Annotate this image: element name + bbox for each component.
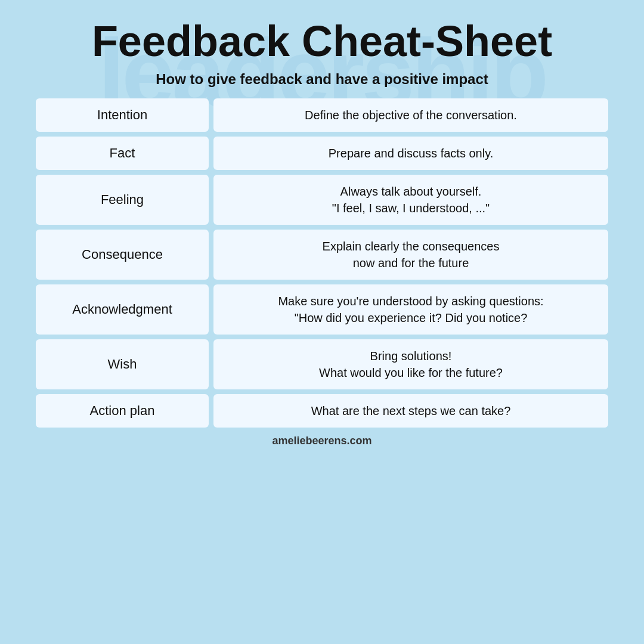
row-label: Consequence <box>36 230 209 280</box>
table-row: Action planWhat are the next steps we ca… <box>36 394 608 428</box>
row-description: Always talk about yourself. "I feel, I s… <box>213 175 608 225</box>
row-description: What are the next steps we can take? <box>213 394 608 428</box>
row-description: Explain clearly the consequences now and… <box>213 230 608 280</box>
table-row: FeelingAlways talk about yourself. "I fe… <box>36 175 608 225</box>
row-label: Fact <box>36 137 209 170</box>
table-row: FactPrepare and discuss facts only. <box>36 137 608 170</box>
row-description: Make sure you're understood by asking qu… <box>213 284 608 335</box>
subtitle: How to give feedback and have a positive… <box>156 71 488 88</box>
footer-website: ameliebeerens.com <box>272 435 371 447</box>
page-container: leadership Feedback Cheat-Sheet How to g… <box>0 0 644 644</box>
row-description: Bring solutions! What would you like for… <box>213 339 608 389</box>
row-description: Prepare and discuss facts only. <box>213 137 608 170</box>
table-row: IntentionDefine the objective of the con… <box>36 98 608 132</box>
row-label: Acknowledgment <box>36 284 209 335</box>
table-row: ConsequenceExplain clearly the consequen… <box>36 230 608 280</box>
table-row: WishBring solutions! What would you like… <box>36 339 608 389</box>
row-label: Wish <box>36 339 209 389</box>
main-title: Feedback Cheat-Sheet <box>92 18 552 65</box>
cheatsheet-table: IntentionDefine the objective of the con… <box>36 98 608 428</box>
row-label: Feeling <box>36 175 209 225</box>
row-description: Define the objective of the conversation… <box>213 98 608 132</box>
table-row: AcknowledgmentMake sure you're understoo… <box>36 284 608 335</box>
row-label: Action plan <box>36 394 209 428</box>
row-label: Intention <box>36 98 209 132</box>
